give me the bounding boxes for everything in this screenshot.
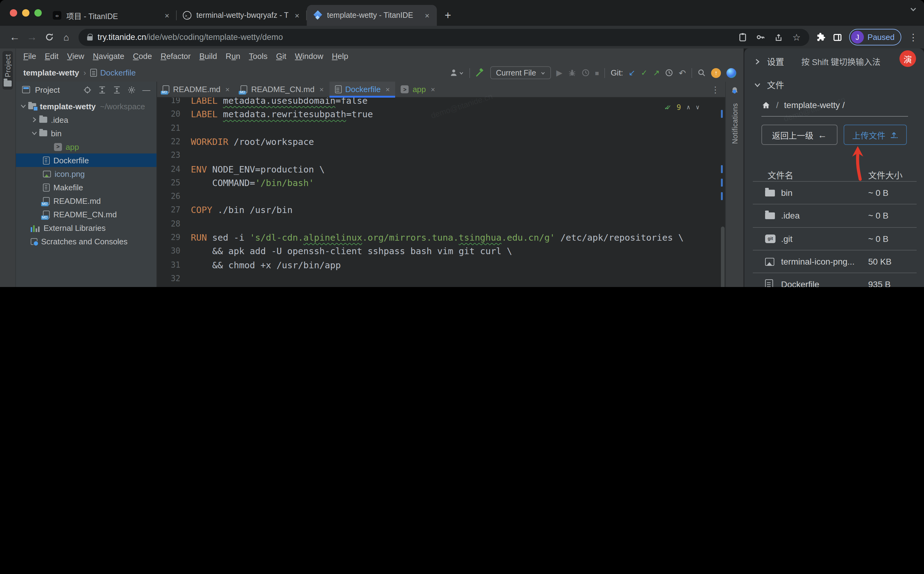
browser-tab-2[interactable]: template-wetty - TitanIDE× (307, 5, 437, 26)
rollback-icon[interactable]: ↶ (679, 68, 686, 78)
menu-file[interactable]: File (19, 52, 41, 61)
tree-item-bin[interactable]: bin (16, 126, 156, 140)
tree-item-dockerfile[interactable]: Dockerfile (16, 153, 156, 167)
demo-badge[interactable]: 演 (899, 50, 916, 67)
extensions-puzzle-icon[interactable] (817, 33, 826, 42)
menu-run[interactable]: Run (222, 52, 245, 61)
go-up-button[interactable]: 返回上一级 ← (761, 125, 838, 145)
forward-button[interactable]: → (23, 28, 41, 46)
hide-panel-icon[interactable]: — (142, 85, 150, 94)
bookmark-star-icon[interactable]: ☆ (792, 32, 801, 43)
menu-navigate[interactable]: Navigate (89, 52, 129, 61)
close-tab-icon[interactable]: × (294, 11, 301, 20)
menu-edit[interactable]: Edit (41, 52, 63, 61)
profiler-icon[interactable] (581, 69, 589, 77)
breadcrumb-file[interactable]: Dockerfile (100, 68, 136, 77)
file-row-dockerfile[interactable]: Dockerfile935 B (753, 273, 917, 287)
tree-item-app[interactable]: app (16, 140, 156, 153)
profile-button[interactable]: J Paused (849, 29, 901, 46)
share-icon[interactable] (775, 33, 783, 41)
locate-target-icon[interactable] (83, 86, 91, 94)
close-window-button[interactable] (10, 9, 17, 17)
close-icon[interactable]: × (431, 85, 435, 94)
plugin-sphere-icon[interactable] (726, 68, 736, 78)
close-tab-icon[interactable]: × (163, 11, 171, 20)
menu-build[interactable]: Build (195, 52, 222, 61)
tree-chevron-icon[interactable] (30, 130, 39, 136)
menu-view[interactable]: View (63, 52, 89, 61)
close-icon[interactable]: × (319, 85, 324, 94)
menu-tools[interactable]: Tools (245, 52, 272, 61)
breadcrumb-project[interactable]: template-wetty (23, 68, 79, 77)
gear-icon[interactable] (127, 86, 135, 94)
browser-tab-0[interactable]: ‹›项目 - TitanIDE× (47, 5, 177, 26)
debug-bug-icon[interactable] (568, 69, 576, 77)
file-row-bin[interactable]: bin~ 0 B (753, 181, 917, 204)
side-panel-icon[interactable] (833, 33, 842, 41)
back-button[interactable]: ← (6, 28, 23, 46)
reload-button[interactable] (41, 28, 58, 46)
menu-code[interactable]: Code (129, 52, 156, 61)
address-bar[interactable]: try.titanide.cn/ide/web/coding/template-… (79, 28, 809, 46)
user-icon[interactable] (450, 69, 464, 77)
tree-chevron-icon[interactable] (30, 117, 39, 123)
editor-tab-dockerfile[interactable]: Dockerfile× (329, 82, 395, 97)
settings-section[interactable]: 设置 按 Shift 键切换输入法 (754, 54, 880, 69)
prev-problem-icon[interactable]: ∧ (687, 104, 690, 110)
expand-all-icon[interactable] (98, 86, 106, 94)
close-icon[interactable]: × (386, 85, 390, 94)
new-tab-button[interactable]: + (439, 7, 456, 24)
tree-item--idea[interactable]: .idea (16, 113, 156, 126)
run-button[interactable]: ▶ (556, 68, 562, 77)
tab-options-icon[interactable]: ⋮ (706, 82, 725, 97)
browser-tab-1[interactable]: >_terminal-wetty-bwqryafz - Tita× (177, 5, 307, 26)
error-stripe-mark[interactable] (721, 192, 723, 200)
inspection-widget[interactable]: ✓✓ 9 ∧ ∨ (665, 102, 699, 112)
error-stripe-mark[interactable] (721, 110, 723, 118)
history-clock-icon[interactable] (665, 69, 673, 77)
code-editor[interactable]: 19LABEL metadata.usesubdomain=false20LAB… (157, 98, 725, 287)
minimize-window-button[interactable] (22, 9, 30, 17)
git-commit-check-icon[interactable]: ✓ (641, 68, 647, 77)
search-icon[interactable] (698, 69, 706, 77)
password-key-icon[interactable] (756, 33, 765, 42)
file-row--idea[interactable]: .idea~ 0 B (753, 204, 917, 227)
file-row--git[interactable]: git.git~ 0 B (753, 227, 917, 250)
editor-tab-readme-cn-md[interactable]: README_CN.md× (235, 82, 330, 97)
browser-menu-icon[interactable]: ⋮ (909, 32, 918, 43)
menu-git[interactable]: Git (272, 52, 291, 61)
maximize-window-button[interactable] (35, 9, 42, 17)
error-stripe-mark[interactable] (721, 179, 723, 187)
build-hammer-icon[interactable] (476, 68, 485, 77)
stop-button[interactable]: ■ (595, 69, 599, 76)
editor-tab-app[interactable]: app× (395, 82, 440, 97)
tree-item-scratches-and-consoles[interactable]: Scratches and Consoles (16, 235, 156, 248)
home-button[interactable]: ⌂ (58, 28, 75, 46)
files-section[interactable]: 文件 (754, 77, 784, 93)
current-path[interactable]: template-wetty / (784, 100, 845, 110)
menu-window[interactable]: Window (291, 52, 328, 61)
tree-item-readme-cn-md[interactable]: README_CN.md (16, 208, 156, 221)
tree-item-readme-md[interactable]: README.md (16, 194, 156, 208)
close-tab-icon[interactable]: × (424, 11, 431, 20)
upload-file-button[interactable]: 上传文件 (844, 125, 907, 145)
git-push-icon[interactable]: ↗ (653, 68, 660, 77)
menu-refactor[interactable]: Refactor (156, 52, 195, 61)
update-available-icon[interactable]: ↑ (711, 68, 721, 78)
next-problem-icon[interactable]: ∨ (696, 104, 699, 110)
sidebar-item-project[interactable]: Project (2, 51, 13, 90)
tab-search-chevron-icon[interactable] (910, 6, 917, 13)
clipboard-icon[interactable] (739, 33, 747, 42)
file-row-terminal-icon-png---[interactable]: terminal-icon-png...50 KB (753, 250, 917, 273)
editor-scrollbar[interactable] (721, 227, 724, 287)
editor-tab-readme-md[interactable]: README.md× (157, 82, 235, 97)
tree-chevron-icon[interactable] (19, 103, 28, 109)
home-icon[interactable] (761, 100, 771, 110)
error-stripe-mark[interactable] (721, 165, 723, 173)
tree-item-makefile[interactable]: Makefile (16, 180, 156, 194)
collapse-all-icon[interactable] (113, 86, 121, 94)
git-update-icon[interactable]: ↙ (629, 68, 635, 77)
tree-item-icon-png[interactable]: icon.png (16, 167, 156, 180)
menu-help[interactable]: Help (328, 52, 353, 61)
tree-item-template-wetty[interactable]: template-wetty~/workspace (16, 99, 156, 113)
